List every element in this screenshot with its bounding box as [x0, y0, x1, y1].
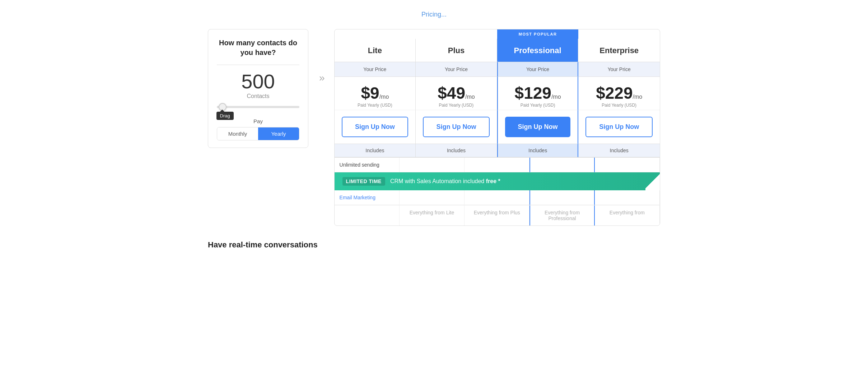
contacts-panel: How many contacts do you have? 500 Conta… — [208, 29, 308, 148]
plan-header-plus: Plus — [416, 39, 497, 62]
plan-name-plus: Plus — [419, 46, 493, 55]
pricing-table: MOST POPULAR Lite Plus Professional Ente… — [334, 29, 660, 226]
banner-arrow — [645, 172, 660, 190]
price-amount-lite: $9/mo Paid Yearly (USD) — [335, 77, 416, 110]
price-main-lite: $9 — [361, 84, 379, 102]
price-label-lite: Your Price — [335, 62, 416, 77]
drag-tooltip: Drag — [216, 112, 234, 120]
plan-headers-row: Lite Plus Professional Enterprise — [335, 39, 660, 62]
feature-val-email-pro — [529, 190, 594, 205]
signup-cell-lite: Sign Up Now — [335, 110, 416, 144]
limited-time-label: LIMITED TIME — [342, 177, 385, 186]
limited-time-text: CRM with Sales Automation included free … — [390, 178, 500, 185]
feature-label-email: Email Marketing — [335, 190, 400, 205]
limited-time-banner: LIMITED TIME CRM with Sales Automation i… — [335, 172, 660, 190]
monthly-toggle[interactable]: Monthly — [217, 127, 258, 140]
badge-row: MOST POPULAR — [335, 29, 660, 39]
feature-val-email-plus — [465, 190, 529, 205]
limited-time-text-main: CRM with Sales Automation included — [390, 178, 486, 184]
bottom-val-plus: Everything from Plus — [465, 205, 529, 225]
includes-label-professional: Includes — [497, 144, 579, 157]
plan-header-lite: Lite — [335, 39, 416, 62]
feature-val-email-lite — [400, 190, 465, 205]
includes-label-lite: Includes — [335, 144, 416, 157]
price-main-enterprise: $229 — [596, 84, 633, 102]
includes-label-enterprise: Includes — [578, 144, 660, 157]
signup-cell-plus: Sign Up Now — [416, 110, 497, 144]
signup-button-professional[interactable]: Sign Up Now — [505, 117, 571, 137]
feature-label-unlimited: Unlimited sending — [335, 158, 400, 172]
contacts-label: Contacts — [217, 93, 299, 99]
arrow-symbol: » — [319, 72, 323, 84]
price-label-plus: Your Price — [416, 62, 497, 77]
email-marketing-link[interactable]: Email Marketing — [340, 195, 375, 200]
feature-val-unlimited-lite — [400, 158, 465, 172]
limited-time-text-highlight: free * — [486, 178, 500, 184]
price-label-enterprise: Your Price — [578, 62, 660, 77]
most-popular-badge: MOST POPULAR — [497, 29, 579, 39]
bottom-val-pro: Everything from Professional — [529, 205, 594, 225]
yearly-toggle[interactable]: Yearly — [258, 127, 299, 140]
plan-name-professional: Professional — [501, 46, 575, 55]
feature-val-unlimited-ent — [595, 158, 660, 172]
plan-header-enterprise: Enterprise — [578, 39, 660, 62]
signup-row: Sign Up Now Sign Up Now Sign Up Now Sign… — [335, 110, 660, 144]
billing-toggle[interactable]: Monthly Yearly — [217, 127, 299, 140]
price-sub-plus: Paid Yearly (USD) — [419, 103, 493, 108]
bottom-section: Have real-time conversations — [208, 240, 660, 253]
price-amount-enterprise: $229/mo Paid Yearly (USD) — [578, 77, 660, 110]
limited-time-banner-wrapper: LIMITED TIME CRM with Sales Automation i… — [335, 172, 660, 190]
includes-row: Includes Includes Includes Includes — [335, 144, 660, 157]
bottom-label — [335, 205, 400, 225]
arrow-indicator: » — [319, 29, 323, 84]
price-display-enterprise: $229/mo — [582, 85, 656, 101]
feature-val-unlimited-plus — [465, 158, 529, 172]
price-amount-plus: $49/mo Paid Yearly (USD) — [416, 77, 497, 110]
signup-button-plus[interactable]: Sign Up Now — [423, 117, 490, 137]
price-mo-lite: /mo — [379, 94, 389, 100]
price-amount-professional: $129/mo Paid Yearly (USD) — [497, 77, 579, 110]
slider-container[interactable]: Drag — [217, 106, 299, 108]
price-main-professional: $129 — [515, 84, 551, 102]
features-section: Unlimited sending LIMITED TIME CRM with … — [335, 157, 660, 205]
price-mo-professional: /mo — [551, 94, 561, 100]
price-main-plus: $49 — [438, 84, 465, 102]
nav-hint-text: Pricing... — [421, 11, 447, 18]
contacts-question: How many contacts do you have? — [217, 38, 299, 57]
signup-button-lite[interactable]: Sign Up Now — [342, 117, 409, 137]
contacts-count: 500 — [217, 71, 299, 92]
bottom-val-lite: Everything from Lite — [400, 205, 465, 225]
price-mo-enterprise: /mo — [633, 94, 643, 100]
price-amount-row: $9/mo Paid Yearly (USD) $49/mo Paid Year… — [335, 77, 660, 110]
bottom-feature-row: Everything from Lite Everything from Plu… — [335, 205, 660, 225]
signup-cell-enterprise: Sign Up Now — [578, 110, 660, 144]
plan-name-lite: Lite — [338, 46, 412, 55]
top-nav-hint: Pricing... — [208, 11, 660, 18]
feature-val-email-ent — [595, 190, 660, 205]
price-label-professional: Your Price — [497, 62, 579, 77]
slider-thumb[interactable]: Drag — [219, 103, 227, 111]
bottom-section-title: Have real-time conversations — [208, 240, 660, 250]
signup-button-enterprise[interactable]: Sign Up Now — [585, 117, 653, 137]
price-sub-lite: Paid Yearly (USD) — [338, 103, 412, 108]
feature-val-unlimited-pro — [529, 158, 594, 172]
price-display-plus: $49/mo — [419, 85, 493, 101]
slider-track: Drag — [217, 106, 299, 108]
price-mo-plus: /mo — [465, 94, 475, 100]
price-label-row: Your Price Your Price Your Price Your Pr… — [335, 62, 660, 77]
signup-cell-professional: Sign Up Now — [497, 110, 579, 144]
price-sub-enterprise: Paid Yearly (USD) — [582, 103, 656, 108]
plan-header-professional: Professional — [497, 39, 579, 62]
price-display-lite: $9/mo — [338, 85, 412, 101]
bottom-val-ent: Everything from — [595, 205, 660, 225]
price-display-professional: $129/mo — [501, 85, 574, 101]
plan-name-enterprise: Enterprise — [582, 46, 656, 55]
price-sub-professional: Paid Yearly (USD) — [501, 103, 574, 108]
includes-label-plus: Includes — [416, 144, 497, 157]
